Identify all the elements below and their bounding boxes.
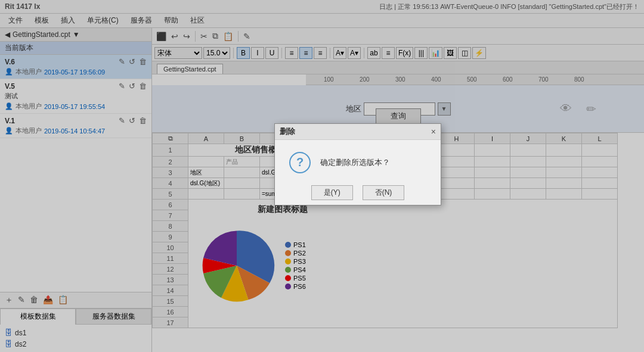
dialog-title: 删除 <box>280 126 295 137</box>
dialog-overlay: 删除 × ? 确定删除所选版本？ 是(Y) 否(N) <box>0 0 644 352</box>
dialog-yes-button[interactable]: 是(Y) <box>311 185 353 200</box>
delete-dialog: 删除 × ? 确定删除所选版本？ 是(Y) 否(N) <box>274 123 441 205</box>
dialog-body: ? 确定删除所选版本？ <box>275 140 441 185</box>
dialog-no-button[interactable]: 否(N) <box>363 185 405 200</box>
dialog-buttons: 是(Y) 否(N) <box>275 185 441 205</box>
dialog-question-icon: ? <box>289 152 311 173</box>
dialog-close-button[interactable]: × <box>431 127 436 136</box>
dialog-message: 确定删除所选版本？ <box>320 157 390 168</box>
dialog-title-bar: 删除 × <box>275 124 441 140</box>
